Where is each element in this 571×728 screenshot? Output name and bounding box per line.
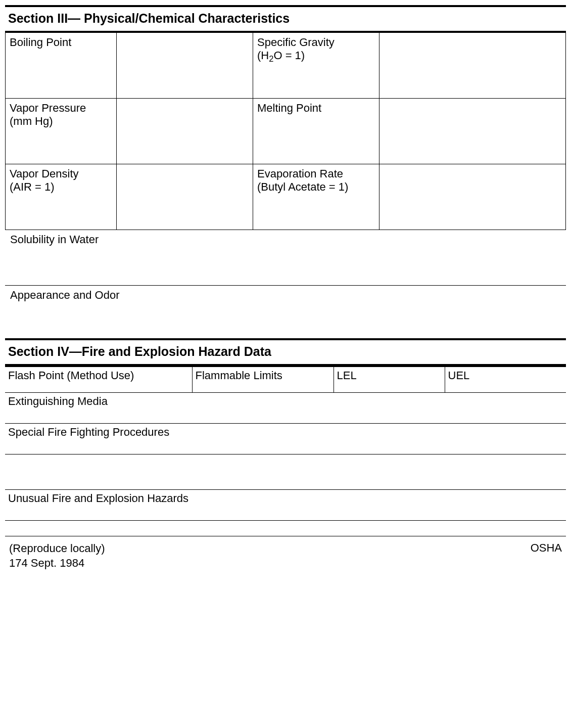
footer-right: OSHA <box>531 541 562 570</box>
special-fire-row-2[interactable] <box>5 454 566 490</box>
solubility-label: Solubility in Water <box>10 233 99 246</box>
evaporation-rate-label: Evaporation Rate(Butyl Acetate = 1) <box>253 164 379 230</box>
lel-label[interactable]: LEL <box>334 367 445 393</box>
melting-point-label: Melting Point <box>253 99 379 164</box>
solubility-row[interactable]: Solubility in Water <box>5 230 566 286</box>
uel-label[interactable]: UEL <box>445 367 566 393</box>
extinguishing-label: Extinguishing Media <box>8 395 108 407</box>
unusual-hazards-row[interactable]: Unusual Fire and Explosion Hazards <box>5 490 566 521</box>
vapor-pressure-label: Vapor Pressure(mm Hg) <box>6 99 117 164</box>
extinguishing-row[interactable]: Extinguishing Media <box>5 393 566 424</box>
boiling-point-label: Boiling Point <box>6 33 117 99</box>
table-row: Boiling Point Specific Gravity(H2O = 1) <box>6 33 566 99</box>
specific-gravity-value[interactable] <box>379 33 566 99</box>
melting-point-value[interactable] <box>379 99 566 164</box>
section-3-header: Section III— Physical/Chemical Character… <box>5 5 566 32</box>
special-fire-row[interactable]: Special Fire Fighting Procedures <box>5 424 566 454</box>
section-4-table: Flash Point (Method Use) Flammable Limit… <box>5 366 566 393</box>
flammable-limits-label[interactable]: Flammable Limits <box>192 367 334 393</box>
table-row: Vapor Pressure(mm Hg) Melting Point <box>6 99 566 164</box>
vapor-density-label: Vapor Density(AIR = 1) <box>6 164 117 230</box>
section-4-header: Section IV—Fire and Explosion Hazard Dat… <box>5 338 566 366</box>
table-row: Flash Point (Method Use) Flammable Limit… <box>5 367 566 393</box>
boiling-point-value[interactable] <box>117 33 253 99</box>
special-fire-label: Special Fire Fighting Procedures <box>8 426 169 438</box>
flash-point-label[interactable]: Flash Point (Method Use) <box>5 367 192 393</box>
unusual-hazards-label: Unusual Fire and Explosion Hazards <box>8 492 188 505</box>
section-3-table: Boiling Point Specific Gravity(H2O = 1) … <box>5 32 566 230</box>
vapor-pressure-value[interactable] <box>117 99 253 164</box>
specific-gravity-label: Specific Gravity(H2O = 1) <box>253 33 379 99</box>
vapor-density-value[interactable] <box>117 164 253 230</box>
evaporation-rate-value[interactable] <box>379 164 566 230</box>
footer-left: (Reproduce locally)174 Sept. 1984 <box>9 541 105 570</box>
appearance-row[interactable]: Appearance and Odor <box>5 286 566 331</box>
table-row: Vapor Density(AIR = 1) Evaporation Rate(… <box>6 164 566 230</box>
appearance-label: Appearance and Odor <box>10 289 120 301</box>
footer: (Reproduce locally)174 Sept. 1984 OSHA <box>5 536 566 570</box>
